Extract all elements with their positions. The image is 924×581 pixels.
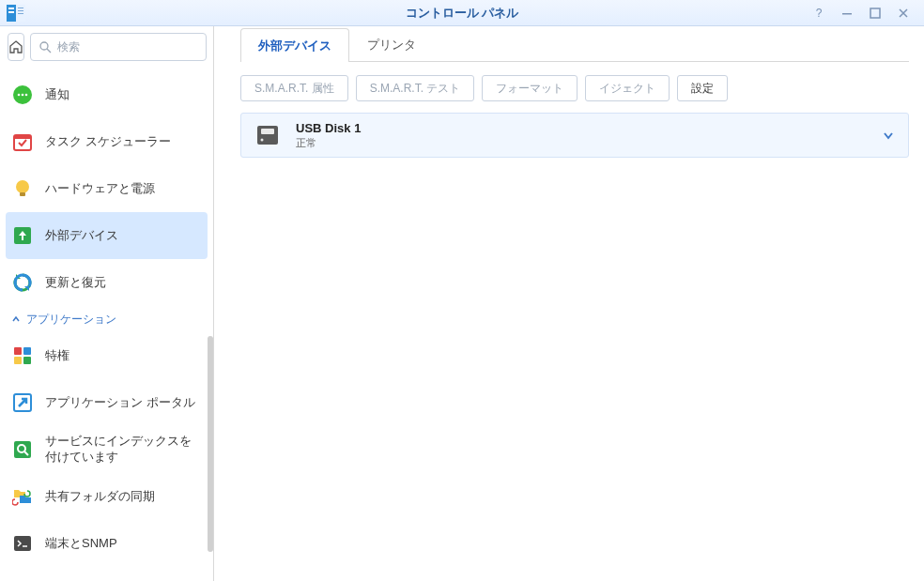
terminal-icon	[11, 532, 34, 555]
device-row[interactable]: USB Disk 1 正常	[240, 113, 909, 158]
magnify-icon	[11, 438, 34, 461]
tab-printer[interactable]: プリンタ	[349, 27, 434, 61]
main-panel: 外部デバイス プリンタ S.M.A.R.T. 属性 S.M.A.R.T. テスト…	[214, 26, 924, 581]
sidebar-item-label: 共有フォルダの同期	[45, 489, 155, 505]
chat-icon	[11, 84, 34, 106]
svg-rect-4	[18, 8, 23, 8]
sidebar-item-privileges[interactable]: 特権	[0, 332, 213, 379]
smart-attr-button[interactable]: S.M.A.R.T. 属性	[240, 75, 348, 101]
chevron-down-icon	[882, 129, 895, 142]
sidebar-item-shared-folder-sync[interactable]: 共有フォルダの同期	[0, 473, 213, 520]
shortcut-icon	[11, 391, 34, 414]
window-title: コントロール パネル	[0, 5, 924, 22]
svg-rect-23	[23, 357, 31, 364]
sidebar-item-task-scheduler[interactable]: タスク スケジューラー	[0, 118, 213, 165]
calendar-icon	[11, 130, 34, 153]
svg-rect-16	[14, 135, 31, 139]
svg-point-10	[40, 42, 48, 50]
sync-folders-icon	[11, 485, 34, 508]
smart-test-button[interactable]: S.M.A.R.T. テスト	[356, 75, 475, 101]
tab-external-devices[interactable]: 外部デバイス	[240, 28, 349, 62]
toolbar: S.M.A.R.T. 属性 S.M.A.R.T. テスト フォーマット イジェク…	[240, 62, 909, 113]
sidebar-item-notification[interactable]: 通知	[0, 71, 213, 118]
titlebar: コントロール パネル ?	[0, 0, 924, 26]
svg-rect-5	[18, 10, 23, 11]
sidebar-section-applications[interactable]: アプリケーション	[0, 306, 213, 332]
sidebar-item-label: ハードウェアと電源	[45, 181, 155, 197]
sidebar-scrollbar[interactable]	[208, 336, 213, 552]
bulb-icon	[11, 177, 34, 200]
svg-rect-27	[14, 536, 31, 551]
svg-rect-21	[23, 347, 31, 355]
refresh-icon	[11, 271, 34, 294]
svg-rect-9	[870, 8, 880, 18]
app-icon	[4, 4, 28, 23]
svg-point-12	[18, 94, 21, 97]
svg-rect-29	[261, 129, 274, 134]
format-button[interactable]: フォーマット	[482, 75, 578, 101]
search-icon	[38, 40, 52, 54]
search-box[interactable]	[30, 33, 207, 61]
sidebar-item-update-restore[interactable]: 更新と復元	[0, 259, 213, 306]
device-name: USB Disk 1	[296, 121, 867, 135]
device-status: 正常	[296, 136, 867, 150]
sidebar-item-hardware-power[interactable]: ハードウェアと電源	[0, 165, 213, 212]
sidebar: 通知 タスク スケジューラー ハードウェアと電源 外部デバイス	[0, 26, 214, 581]
svg-rect-2	[8, 8, 14, 9]
home-icon	[8, 39, 23, 54]
sidebar-item-label: 特権	[45, 348, 69, 364]
sidebar-item-label: サービスにインデックスを付けています	[45, 434, 202, 466]
eject-button[interactable]: イジェクト	[585, 75, 670, 101]
tabs: 外部デバイス プリンタ	[240, 26, 909, 62]
window-controls: ?	[811, 6, 924, 21]
minimize-button[interactable]	[839, 6, 855, 21]
sidebar-list: 通知 タスク スケジューラー ハードウェアと電源 外部デバイス	[0, 68, 213, 581]
svg-point-13	[22, 94, 24, 97]
svg-rect-22	[14, 357, 22, 364]
sidebar-section-label: アプリケーション	[26, 312, 116, 328]
sidebar-item-label: 更新と復元	[45, 275, 106, 291]
sidebar-item-label: 外部デバイス	[45, 228, 118, 244]
sidebar-item-label: 通知	[45, 87, 69, 103]
svg-rect-6	[18, 13, 23, 14]
svg-rect-20	[14, 347, 22, 355]
sidebar-item-label: タスク スケジューラー	[45, 134, 171, 150]
disk-icon	[254, 122, 281, 148]
svg-point-30	[261, 139, 264, 142]
search-input[interactable]	[57, 40, 198, 54]
home-button[interactable]	[8, 33, 24, 61]
svg-rect-8	[842, 13, 852, 15]
upload-icon	[11, 224, 34, 247]
apps-icon	[11, 344, 34, 367]
sidebar-item-external-devices[interactable]: 外部デバイス	[6, 212, 208, 259]
device-info: USB Disk 1 正常	[296, 121, 867, 150]
svg-rect-25	[14, 441, 31, 458]
maximize-button[interactable]	[868, 6, 883, 21]
svg-point-17	[16, 180, 29, 193]
close-button[interactable]	[896, 6, 911, 21]
settings-button[interactable]: 設定	[677, 75, 728, 101]
chevron-up-icon	[11, 314, 21, 324]
help-button[interactable]: ?	[811, 6, 826, 21]
sidebar-item-label: アプリケーション ポータル	[45, 395, 195, 411]
svg-rect-3	[8, 11, 14, 13]
sidebar-item-app-portal[interactable]: アプリケーション ポータル	[0, 379, 213, 426]
sidebar-item-label: 端末とSNMP	[45, 536, 117, 552]
sidebar-item-indexing[interactable]: サービスにインデックスを付けています	[0, 426, 213, 473]
sidebar-item-terminal-snmp[interactable]: 端末とSNMP	[0, 520, 213, 567]
svg-rect-18	[20, 192, 25, 196]
svg-point-14	[25, 94, 28, 97]
svg-text:?: ?	[816, 8, 823, 19]
